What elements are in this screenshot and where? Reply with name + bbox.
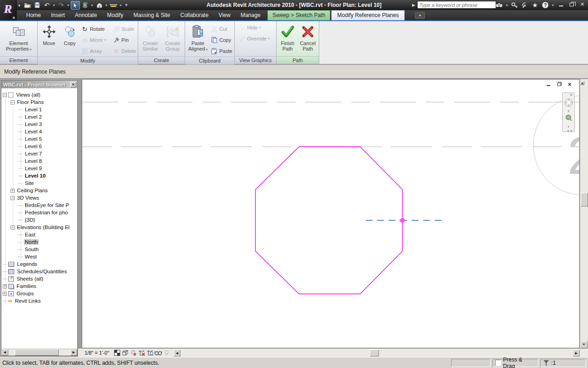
canvas-vscrollbar[interactable]: ▲ ▼ [580, 79, 588, 348]
search-dropdown-icon[interactable]: ▼ [505, 1, 509, 10]
save-icon[interactable] [33, 1, 42, 10]
undo-icon[interactable]: ↶ [42, 1, 51, 10]
tab-view[interactable]: View [214, 10, 236, 20]
tab-manage[interactable]: Manage [236, 10, 266, 20]
view-close-icon[interactable]: ✕ [566, 81, 573, 87]
tree-item-north[interactable]: North [1, 238, 77, 246]
open-file-icon[interactable] [23, 1, 32, 10]
vscrollbar-thumb[interactable] [581, 193, 588, 207]
tab-annotate[interactable]: Annotate [70, 10, 102, 20]
tree-item-sheets-all-[interactable]: Sheets (all) [1, 275, 77, 282]
tab-insert[interactable]: Insert [46, 10, 70, 20]
collapse-icon[interactable] [11, 100, 15, 104]
tab-home[interactable]: Home [21, 10, 46, 20]
cut-button[interactable]: Cut [210, 23, 234, 34]
temporary-hide-icon[interactable] [163, 349, 171, 356]
scrollbar-thumb[interactable] [15, 349, 59, 356]
tree-item-west[interactable]: West [1, 253, 77, 260]
reference-plane-endpoint[interactable] [399, 217, 406, 224]
tree-item-legends[interactable]: Legends [1, 260, 77, 268]
create-similar-button[interactable]: Create Similar [139, 22, 162, 56]
override-button[interactable]: Override▾ [237, 33, 275, 44]
tab-sweep-sketch-path[interactable]: Sweep > Sketch Path [267, 10, 330, 20]
move-button[interactable]: Move [39, 22, 59, 57]
application-menu-button[interactable]: RA [0, 0, 17, 20]
view-restore-icon[interactable] [556, 81, 562, 87]
application-menu-caret-icon[interactable]: ▼ [17, 4, 21, 8]
undo-dropdown-icon[interactable]: ▼ [52, 1, 56, 10]
minimize-button[interactable] [557, 0, 565, 8]
redo-icon[interactable]: ↷ [57, 1, 66, 10]
drawing-view[interactable]: 2 ✕ ✕ ▼ ▼ ▼▼ [82, 79, 580, 348]
tab-modify-reference-planes[interactable]: Modify Reference Planes [331, 10, 405, 20]
scroll-up-icon[interactable]: ▲ [580, 81, 584, 85]
filter-icon[interactable] [543, 360, 549, 366]
tree-item-views-all-[interactable]: Views (all) [1, 91, 77, 98]
project-browser-titlebar[interactable]: WBC.rvt - Project browser ✕ [1, 80, 77, 88]
orbit-icon[interactable] [80, 1, 90, 10]
scroll-left-icon[interactable]: ◀ [1, 349, 8, 356]
reveal-hidden-elements-icon[interactable] [154, 349, 163, 356]
favorites-star-icon[interactable]: ★ [531, 1, 539, 10]
paste-aligned-button[interactable]: Paste Aligned▾ [186, 22, 210, 57]
view-minimize-icon[interactable] [545, 81, 552, 87]
navbar-close-icon[interactable]: ✕ [568, 93, 574, 97]
redo-dropdown-icon[interactable]: ▼ [66, 1, 70, 10]
project-browser-hscrollbar[interactable]: ◀ ▶ [1, 349, 77, 356]
modify-cursor-icon[interactable] [71, 1, 80, 10]
shadows-icon[interactable] [130, 349, 138, 356]
tree-item-south[interactable]: South [1, 246, 77, 253]
close-button[interactable]: ✕ [578, 0, 586, 8]
scroll-right-icon[interactable]: ▶ [70, 349, 77, 356]
hscroll-right-icon[interactable]: ▶ [573, 350, 580, 356]
orbit-dropdown-icon[interactable]: ▼ [90, 1, 94, 10]
zoom-dropdown-icon[interactable]: ▼ [567, 125, 570, 128]
paste-button[interactable]: Paste [210, 46, 234, 57]
tab-collaborate[interactable]: Collaborate [175, 10, 213, 20]
scale-button[interactable]: Scale [112, 23, 137, 34]
tree-item-east[interactable]: East [1, 231, 77, 238]
tab-massing-site[interactable]: Massing & Site [128, 10, 175, 20]
communication-center-icon[interactable] [520, 1, 529, 10]
canvas-hscrollbar[interactable] [181, 350, 570, 356]
crop-view-icon[interactable] [138, 349, 146, 356]
tree-item-schedules-quantities[interactable]: Schedules/Quantities [1, 268, 77, 275]
help-icon[interactable]: ? [541, 1, 549, 10]
restore-button[interactable] [568, 0, 576, 8]
navbar-options-icon[interactable]: ▼▼ [566, 128, 574, 132]
element-properties-button[interactable]: Element Properties▾ [4, 22, 34, 56]
scroll-down-icon[interactable]: ▼ [580, 341, 588, 348]
press-drag-checkbox[interactable] [495, 360, 501, 366]
view-scale-button[interactable]: 1/8" = 1'-0" [78, 350, 113, 356]
zoom-button[interactable] [564, 113, 573, 125]
search-expand-icon[interactable]: ▶ [412, 3, 415, 7]
help-dropdown-icon[interactable]: ▼ [551, 1, 555, 10]
help-search-input[interactable] [417, 1, 496, 9]
default-3d-view-icon[interactable] [95, 1, 104, 10]
model-graphics-style-icon[interactable] [121, 349, 130, 356]
ribbon-minimize-icon[interactable]: ▼ [415, 12, 425, 19]
hide-button[interactable]: Hide▾ [237, 22, 275, 33]
finish-path-button[interactable]: Finish Path [277, 22, 298, 56]
subscription-key-icon[interactable] [510, 1, 519, 10]
tree-item-floor-plans[interactable]: Floor Plans [1, 98, 77, 106]
search-binoculars-icon[interactable] [495, 1, 503, 10]
detail-level-icon[interactable] [113, 349, 121, 356]
measure-dropdown-icon[interactable]: ▼ [119, 1, 123, 10]
steering-wheel-button[interactable] [564, 97, 574, 109]
create-group-button[interactable]: Create Group [162, 22, 184, 56]
measure-icon[interactable] [109, 1, 118, 10]
customize-qat-icon[interactable]: ▼ [123, 1, 130, 10]
hscrollbar-thumb[interactable] [370, 350, 379, 356]
project-browser-close-icon[interactable]: ✕ [70, 82, 76, 87]
mirror-button[interactable]: ◁▷ Mirror▾ [80, 34, 112, 46]
steering-wheel-dropdown-icon[interactable]: ▼ [567, 109, 570, 113]
array-button[interactable]: Array [80, 46, 112, 57]
default-3d-view-dropdown-icon[interactable]: ▼ [104, 1, 108, 10]
hscroll-left-icon[interactable]: ◀ [174, 350, 181, 356]
tree-item-groups[interactable]: Groups [1, 290, 77, 297]
tree-item-families[interactable]: Families [1, 282, 77, 290]
delete-button[interactable]: ✕ Delete [112, 46, 137, 57]
collapse-icon[interactable] [3, 93, 7, 97]
tab-modify[interactable]: Modify [102, 10, 128, 20]
